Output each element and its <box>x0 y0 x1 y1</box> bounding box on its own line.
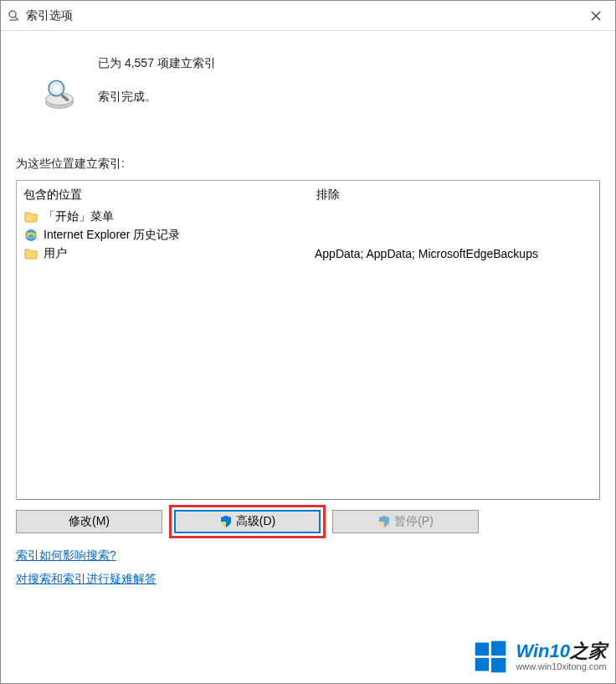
list-item[interactable]: Internet Explorer 历史记录 <box>23 228 593 243</box>
help-links: 索引如何影响搜索? 对搜索和索引进行疑难解答 <box>16 548 600 595</box>
svg-point-0 <box>9 11 16 18</box>
pause-button-label: 暂停(P) <box>394 514 434 529</box>
watermark: Win10之家 www.win10xitong.com <box>472 638 607 675</box>
locations-list: 包含的位置 排除 「开始」菜单Internet Explorer 历史记录用户A… <box>16 180 600 500</box>
folder-icon <box>23 209 38 224</box>
list-header: 包含的位置 排除 <box>17 181 599 208</box>
location-name: 用户 <box>44 246 315 261</box>
magnifier-drive-icon <box>41 75 78 111</box>
link-how-indexing-affects-search[interactable]: 索引如何影响搜索? <box>16 548 116 563</box>
index-done-text: 索引完成。 <box>98 90 216 105</box>
list-item[interactable]: 「开始」菜单 <box>23 209 593 224</box>
watermark-sub: www.win10xitong.com <box>516 661 607 671</box>
windows-logo-icon <box>472 638 509 675</box>
close-button[interactable] <box>577 1 615 31</box>
svg-point-8 <box>52 84 61 93</box>
advanced-button-highlight: 高级(D) <box>169 505 326 538</box>
modify-button[interactable]: 修改(M) <box>16 510 162 533</box>
index-status: 已为 4,557 项建立索引 索引完成。 <box>16 46 600 128</box>
svg-rect-15 <box>491 658 506 672</box>
shield-icon <box>377 515 391 528</box>
location-name: Internet Explorer 历史记录 <box>44 228 315 243</box>
index-count-text: 已为 4,557 项建立索引 <box>98 56 216 71</box>
close-icon <box>591 11 601 21</box>
ie-icon <box>23 228 38 243</box>
svg-rect-12 <box>475 643 490 656</box>
titlebar: 索引选项 <box>1 1 615 31</box>
window-title: 索引选项 <box>8 8 73 23</box>
svg-rect-2 <box>9 19 18 21</box>
header-excluded: 排除 <box>316 188 593 203</box>
pause-button[interactable]: 暂停(P) <box>332 510 479 533</box>
dialog-content: 已为 4,557 项建立索引 索引完成。 为这些位置建立索引: 包含的位置 排除… <box>1 31 615 595</box>
locations-label: 为这些位置建立索引: <box>16 157 600 172</box>
advanced-button-label: 高级(D) <box>236 514 275 529</box>
location-name: 「开始」菜单 <box>44 209 315 224</box>
modify-button-label: 修改(M) <box>69 514 110 529</box>
link-troubleshoot-search-indexing[interactable]: 对搜索和索引进行疑难解答 <box>16 572 157 587</box>
svg-rect-13 <box>491 641 506 656</box>
list-item[interactable]: 用户AppData; AppData; MicrosoftEdgeBackups <box>23 246 593 261</box>
list-body: 「开始」菜单Internet Explorer 历史记录用户AppData; A… <box>23 209 593 265</box>
watermark-title: Win10之家 <box>516 641 607 661</box>
folder-icon <box>23 246 38 261</box>
svg-rect-14 <box>475 658 490 671</box>
location-exclude: AppData; AppData; MicrosoftEdgeBackups <box>315 247 593 260</box>
header-included: 包含的位置 <box>23 188 316 203</box>
index-options-icon <box>8 9 21 23</box>
button-row: 修改(M) 高级(D) 暂停(P) <box>16 510 600 533</box>
advanced-button[interactable]: 高级(D) <box>174 510 321 533</box>
window-title-text: 索引选项 <box>26 8 73 23</box>
shield-icon <box>219 515 233 528</box>
